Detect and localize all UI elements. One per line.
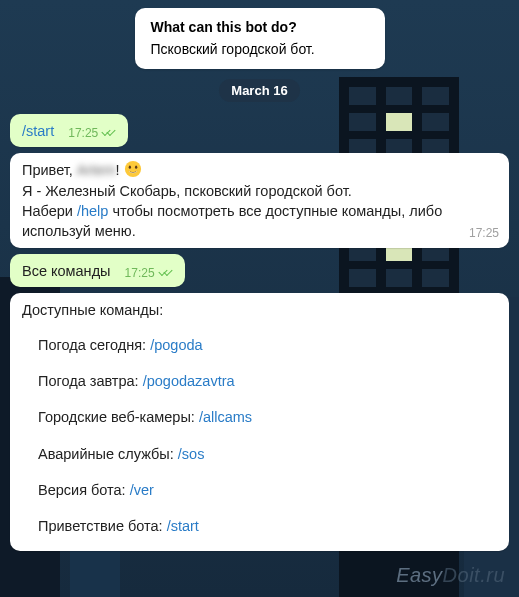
command-link[interactable]: /help [77, 203, 108, 219]
command-link[interactable]: /start [22, 123, 54, 139]
bot-info-title: What can this bot do? [151, 18, 369, 38]
message-time: 17:25 [125, 265, 155, 282]
command-link[interactable]: /sos [178, 446, 205, 462]
item-label: Городские веб-камеры: [38, 409, 199, 425]
message-bubble[interactable]: /start 17:25 [10, 114, 128, 147]
command-link[interactable]: /ver [130, 482, 154, 498]
message-bubble[interactable]: Привет, Artem! Я - Железный Скобарь, пск… [10, 153, 509, 248]
text: Все команды [22, 263, 111, 279]
item-label: Приветствие бота: [38, 518, 167, 534]
item-label: Погода завтра: [38, 373, 143, 389]
chat-area[interactable]: What can this bot do? Псковский городско… [0, 0, 519, 597]
list-item: Погода завтра: /pogodazavtra [22, 363, 499, 399]
message-outgoing: Все команды 17:25 [10, 254, 509, 287]
text: Я - Железный Скобарь, псковский городско… [22, 183, 352, 199]
item-label: Версия бота: [38, 482, 130, 498]
message-time: 17:25 [469, 225, 499, 242]
list-item: Городские веб-камеры: /allcams [22, 399, 499, 435]
command-link[interactable]: /allcams [199, 409, 252, 425]
message-outgoing: /start 17:25 [10, 114, 509, 147]
item-label: Аварийные службы: [38, 446, 178, 462]
list-item: Версия бота: /ver [22, 472, 499, 508]
command-link[interactable]: /start [167, 518, 199, 534]
message-incoming: Доступные команды: Погода сегодня: /pogo… [10, 293, 509, 550]
list-item: Погода сегодня: /pogoda [22, 327, 499, 363]
item-label: Погода сегодня: [38, 337, 150, 353]
date-separator: March 16 [219, 79, 299, 102]
message-incoming: Привет, Artem! Я - Железный Скобарь, пск… [10, 153, 509, 248]
bot-info-card: What can this bot do? Псковский городско… [135, 8, 385, 69]
command-link[interactable]: /pogoda [150, 337, 202, 353]
message-bubble[interactable]: Доступные команды: Погода сегодня: /pogo… [10, 293, 509, 550]
grinning-emoji-icon [124, 160, 142, 178]
commands-list: Погода сегодня: /pogoda Погода завтра: /… [22, 327, 499, 545]
command-link[interactable]: /pogodazavtra [143, 373, 235, 389]
svg-point-1 [128, 166, 130, 169]
text: ! [115, 162, 123, 178]
message-time: 17:25 [68, 125, 98, 142]
list-item: Приветствие бота: /start [22, 508, 499, 544]
text: Привет, [22, 162, 77, 178]
text: Набери [22, 203, 77, 219]
username-blurred: Artem [77, 162, 116, 178]
read-ticks-icon [159, 268, 175, 278]
svg-point-2 [135, 166, 137, 169]
list-item: Аварийные службы: /sos [22, 436, 499, 472]
svg-point-0 [124, 161, 140, 177]
commands-header: Доступные команды: [22, 300, 499, 320]
read-ticks-icon [102, 128, 118, 138]
message-bubble[interactable]: Все команды 17:25 [10, 254, 185, 287]
bot-info-desc: Псковский городской бот. [151, 40, 369, 60]
